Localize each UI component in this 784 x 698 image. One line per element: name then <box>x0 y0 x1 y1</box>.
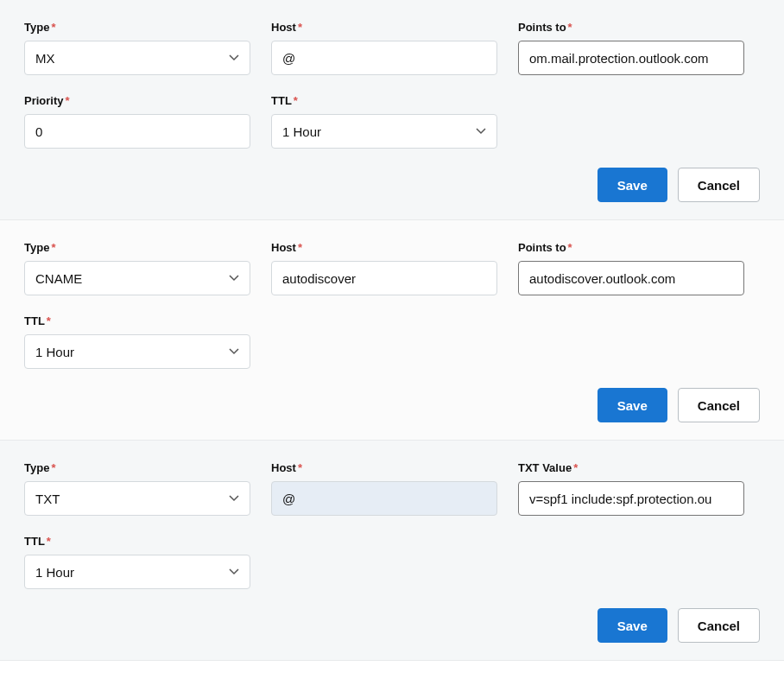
host-label: Host* <box>271 21 497 34</box>
type-label: Type* <box>24 461 250 474</box>
ttl-select[interactable]: 1 Hour <box>24 334 250 369</box>
ttl-label: TTL* <box>271 94 497 107</box>
host-input[interactable] <box>271 481 497 516</box>
ttl-select[interactable]: 1 Hour <box>271 114 497 149</box>
type-label: Type* <box>24 21 250 34</box>
ttl-label: TTL* <box>24 535 250 548</box>
type-select[interactable]: MX <box>24 41 250 75</box>
host-label: Host* <box>271 241 497 254</box>
save-button[interactable]: Save <box>597 388 667 422</box>
cancel-button[interactable]: Cancel <box>678 388 760 422</box>
ttl-label: TTL* <box>24 314 250 327</box>
points-to-label: Points to* <box>518 241 744 254</box>
host-label: Host* <box>271 461 497 474</box>
dns-record-txt: Type* TXT Host* TXT Value* TTL* 1 Hour S… <box>0 441 784 661</box>
type-label: Type* <box>24 241 250 254</box>
points-to-input[interactable] <box>518 41 744 75</box>
ttl-select[interactable]: 1 Hour <box>24 555 250 589</box>
priority-label: Priority* <box>24 94 250 107</box>
dns-record-mx: Type* MX Host* Points to* Priority* TTL*… <box>0 0 784 220</box>
save-button[interactable]: Save <box>597 608 667 643</box>
cancel-button[interactable]: Cancel <box>678 608 760 643</box>
points-to-input[interactable] <box>518 261 744 295</box>
txt-value-input[interactable] <box>518 481 744 516</box>
host-input[interactable] <box>271 41 497 75</box>
host-input[interactable] <box>271 261 497 295</box>
dns-record-cname: Type* CNAME Host* Points to* TTL* 1 Hour… <box>0 220 784 441</box>
cancel-button[interactable]: Cancel <box>678 168 760 202</box>
type-select[interactable]: TXT <box>24 481 250 516</box>
points-to-label: Points to* <box>518 21 744 34</box>
type-select[interactable]: CNAME <box>24 261 250 295</box>
txt-value-label: TXT Value* <box>518 461 744 474</box>
priority-input[interactable] <box>24 114 250 149</box>
save-button[interactable]: Save <box>597 168 667 202</box>
